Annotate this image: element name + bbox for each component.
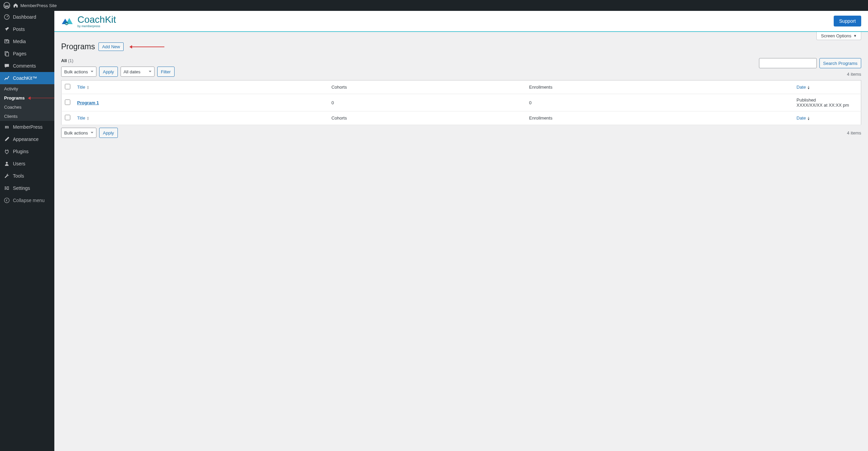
svg-point-13 [4,198,9,203]
sidebar-item-comments[interactable]: Comments [0,60,54,72]
collapse-icon [3,197,10,204]
screen-options-label: Screen Options [821,33,851,38]
mountain-icon: m [61,16,75,26]
submenu-label: Activity [4,86,18,91]
settings-icon [3,185,10,192]
screen-options-button[interactable]: Screen Options ▼ [816,32,861,40]
col-date-footer[interactable]: Date▲▼ [793,111,861,125]
brush-icon [3,136,10,143]
select-all-checkbox[interactable] [65,84,70,89]
sidebar-item-label: Posts [13,26,25,32]
add-new-button[interactable]: Add New [98,42,124,51]
svg-rect-5 [6,52,8,56]
row-date: XXXX/XX/XX at XX:XX pm [797,103,858,108]
svg-rect-7 [5,187,6,187]
sidebar-item-memberpress[interactable]: m MemberPress [0,121,54,133]
row-cohorts: 0 [328,94,526,111]
sidebar-item-plugins[interactable]: Plugins [0,145,54,158]
bulk-actions-select[interactable]: Bulk actions [61,67,96,77]
annotation-arrow [29,98,54,98]
sidebar-item-label: Plugins [13,149,29,154]
row-enrollments: 0 [526,94,793,111]
status-filter: All (1) [61,58,175,63]
svg-point-6 [6,162,7,164]
col-title-footer[interactable]: Title▲▼ [74,111,328,125]
sidebar-item-label: Users [13,161,25,166]
sidebar-item-label: Media [13,39,26,44]
submenu-label: Clients [4,114,18,119]
sidebar-item-coachkit[interactable]: CoachKit™ [0,72,54,84]
dashboard-icon [3,14,10,20]
svg-rect-11 [5,189,6,190]
annotation-arrow [130,47,164,47]
sidebar-item-label: Tools [13,173,24,179]
m-icon: m [3,124,10,130]
sidebar-item-settings[interactable]: Settings [0,182,54,194]
col-cohorts: Cohorts [328,80,526,94]
sort-icon: ▲▼ [807,116,810,121]
select-all-checkbox-footer[interactable] [65,115,70,120]
apply-button[interactable]: Apply [99,67,118,77]
sidebar-submenu: Activity Programs Coaches Clients [0,84,54,121]
brand-banner: m CoachKit by memberpress Support [54,11,868,32]
svg-point-3 [5,40,7,42]
submenu-item-clients[interactable]: Clients [0,112,54,121]
sidebar-item-label: CoachKit™ [13,75,37,81]
submenu-item-programs[interactable]: Programs [0,93,29,103]
wrench-icon [3,173,10,179]
sidebar-item-label: Collapse menu [13,198,44,203]
date-filter-select[interactable]: All dates [121,67,155,77]
svg-rect-10 [8,188,9,188]
chart-icon [3,75,10,82]
col-title[interactable]: Title▲▼ [74,80,328,94]
pin-icon [3,26,10,33]
svg-rect-12 [6,189,9,190]
col-date[interactable]: Date▲▼ [793,80,861,94]
select-label: Bulk actions [64,69,88,74]
programs-table: Title▲▼ Cohorts Enrollments Date▲▼ Progr… [61,80,861,125]
brand-name: CoachKit [77,14,116,25]
sidebar-item-dashboard[interactable]: Dashboard [0,11,54,23]
admin-sidebar: Dashboard Posts Media Pages Comments Coa… [0,11,54,451]
sort-icon: ▲▼ [807,86,810,90]
chevron-down-icon: ▼ [853,34,857,38]
sidebar-item-label: Appearance [13,137,39,142]
col-cohorts-footer: Cohorts [328,111,526,125]
support-button[interactable]: Support [834,16,861,26]
site-name[interactable]: MemberPress Site [20,3,57,8]
col-label: Date [797,85,806,90]
sidebar-item-label: Settings [13,185,30,191]
page-title: Programs [61,42,95,51]
filter-button[interactable]: Filter [157,67,175,77]
search-input[interactable] [759,58,817,68]
apply-button-bottom[interactable]: Apply [99,128,118,138]
row-title-link[interactable]: Program 1 [77,100,99,105]
row-checkbox[interactable] [65,100,70,105]
sort-icon: ▲▼ [87,86,89,90]
sidebar-item-pages[interactable]: Pages [0,48,54,60]
submenu-item-coaches[interactable]: Coaches [0,103,54,112]
pages-icon [3,50,10,57]
sidebar-item-tools[interactable]: Tools [0,170,54,182]
sidebar-item-label: Dashboard [13,14,36,20]
sidebar-item-users[interactable]: Users [0,158,54,170]
comments-icon [3,62,10,69]
sidebar-item-posts[interactable]: Posts [0,23,54,35]
sidebar-item-media[interactable]: Media [0,35,54,48]
sidebar-item-collapse[interactable]: Collapse menu [0,194,54,206]
submenu-label: Coaches [4,105,21,110]
table-row: Program 1 0 0 Published XXXX/XX/XX at XX… [61,94,861,111]
col-label: Title [77,85,85,90]
submenu-label: Programs [4,95,25,101]
wp-logo-icon[interactable] [3,2,10,9]
plug-icon [3,148,10,155]
col-enrollments: Enrollments [526,80,793,94]
svg-rect-9 [5,188,7,188]
home-icon[interactable] [13,3,18,8]
status-all-link[interactable]: All [61,58,67,63]
sidebar-item-appearance[interactable]: Appearance [0,133,54,145]
bulk-actions-select-bottom[interactable]: Bulk actions [61,128,96,138]
search-button[interactable]: Search Programs [819,58,861,68]
submenu-item-activity[interactable]: Activity [0,84,54,93]
items-count: 4 items [759,72,861,77]
